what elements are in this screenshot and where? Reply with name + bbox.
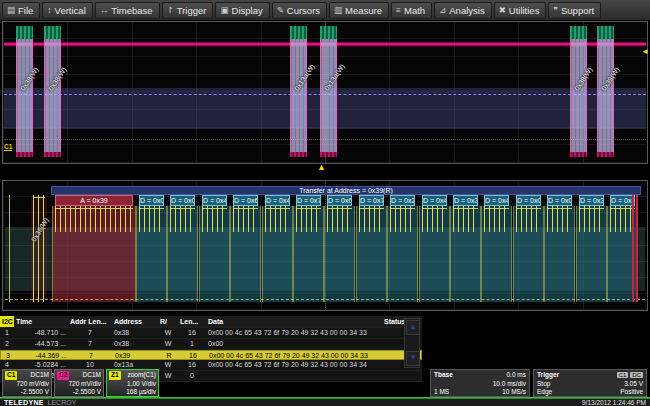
timebase-memory: 1 MS: [434, 388, 449, 397]
trigger-time-marker[interactable]: ▲: [317, 163, 326, 172]
c1-zoom-trace: [233, 206, 258, 232]
burst-clock-cap: [570, 26, 587, 39]
data-byte-box: D = 0x00: [516, 195, 541, 206]
trigger-icon: ↾: [167, 5, 174, 15]
burst-body: [290, 39, 307, 152]
c1-zoom-trace: [359, 206, 384, 232]
menu-item-math[interactable]: ≡Math: [391, 2, 432, 19]
trace-edge: [9, 195, 10, 302]
menu-item-cursors[interactable]: ✎Cursors: [272, 2, 327, 19]
table-row[interactable]: 1-48.710 ...70x38W160x00 00 4c 65 43 72 …: [0, 328, 422, 339]
data-byte-box: D = 0x43: [484, 195, 509, 206]
burst-clock-cap: [290, 26, 307, 39]
brand-logo: TELEDYNE LECROY: [4, 399, 76, 406]
trigger-panel[interactable]: Trigger C1DC Stop 3.05 V Edge Positive: [533, 369, 647, 397]
table-row[interactable]: 2-44.573 ...70x38W10x00: [0, 339, 422, 350]
c1-zoom-trace: [33, 195, 45, 302]
menu-item-support[interactable]: ❞Support: [548, 2, 601, 19]
cell-n: 2: [0, 339, 14, 349]
col-addr-len: Addr Len...: [68, 316, 112, 327]
menu-item-timebase[interactable]: ↔Timebase: [95, 2, 160, 19]
c1-offset: -2.5500 V: [5, 388, 49, 397]
col-time: Time: [14, 316, 68, 327]
table-header: I2C Time Addr Len... Address R/ Len... D…: [0, 316, 422, 328]
data-byte-box: D = 0x00: [547, 195, 572, 206]
byte-column: [262, 206, 293, 302]
c1-zoom-trace: [422, 206, 447, 232]
cell-rw: W: [158, 328, 178, 338]
i2c-burst: 0x39(W): [597, 26, 614, 157]
cell-data: 0x00: [206, 339, 382, 349]
datetime: 9/13/2012 1:24:46 PM: [582, 399, 646, 406]
data-byte-box: D = 0x00: [139, 195, 164, 206]
menu-item-label: Utilities: [509, 5, 540, 16]
ack-dashed-line: [5, 299, 645, 300]
byte-column: [324, 206, 355, 302]
table-scrollbar[interactable]: ▲ ▼: [404, 318, 420, 368]
cell-address: 0x39: [113, 351, 159, 359]
c1-zoom-trace: [390, 206, 415, 232]
byte-column: [513, 206, 544, 302]
analysis-icon: ⊿: [439, 5, 446, 15]
zoom-waveform-grid: 0x38(W) Transfer at Address = 0x39(R) A …: [2, 180, 648, 311]
burst-foot: [16, 152, 33, 157]
menu-item-utilities[interactable]: ✖Utilities: [494, 2, 547, 19]
scroll-down-button[interactable]: ▼: [406, 351, 420, 366]
trigger-level-marker[interactable]: ◄: [641, 48, 649, 56]
byte-column: [356, 206, 387, 302]
trigger-label: Trigger: [537, 371, 559, 380]
byte-column: [167, 206, 198, 302]
table-row[interactable]: 3-44.369 ...70x39R160x00 00 4c 65 43 72 …: [0, 350, 422, 360]
c2-scale: 720 mV/div: [57, 380, 101, 389]
main-waveform-grid: 0x38(W)0x38(W)0x13a(W)0x13a(W)0x38(W)0x3…: [2, 21, 648, 164]
menu-item-measure[interactable]: ▥Measure: [329, 2, 389, 19]
file-icon: ▤: [7, 5, 15, 15]
menu-item-display[interactable]: ▣Display: [215, 2, 269, 19]
c2-coupling: DC1M: [83, 371, 101, 380]
i2c-burst: 0x13a(W): [320, 26, 337, 157]
menu-item-file[interactable]: ▤File: [2, 2, 40, 19]
partial-burst: [31, 195, 47, 302]
channel-descriptor-c2[interactable]: C2 DC1M 720 mV/div -2.5500 V: [54, 369, 104, 397]
menu-item-label: Vertical: [55, 5, 86, 16]
stop-condition-marker: [632, 195, 638, 302]
c1-badge: C1: [5, 371, 17, 380]
zoom-descriptor-z1[interactable]: Z1 zoom(C1) 1.00 V/div 168 µs/div: [106, 369, 159, 397]
cell-data: 0x00 00 4c 65 43 72 6f 79 20 49 32 43 00…: [207, 351, 383, 359]
c2-offset: -2.5500 V: [57, 388, 101, 397]
i2c-burst: 0x38(W): [44, 26, 61, 157]
c1-zoom-trace: [139, 206, 164, 232]
cell-len: 16: [178, 328, 206, 338]
c1-zoom-trace: [579, 206, 604, 232]
data-byte-box: D = 0x6f: [327, 195, 352, 206]
byte-column: [419, 206, 450, 302]
byte-column: [576, 206, 607, 302]
byte-column: [544, 206, 575, 302]
channel-descriptor-c1[interactable]: C1 DC1M 720 mV/div -2.5500 V: [2, 369, 52, 397]
data-byte-box: D = 0x43: [265, 195, 290, 206]
cell-len: 16: [179, 351, 207, 359]
cell-addr_len: 7: [69, 351, 113, 359]
timebase-panel[interactable]: Tbase 0.0 ms 10.0 ms/div 1 MS 10 MS/s: [430, 369, 530, 397]
i2c-burst: 0x38(W): [16, 26, 33, 157]
col-rw: R/: [158, 316, 178, 327]
data-byte-box: D = 0x34: [579, 195, 604, 206]
byte-column: [230, 206, 261, 302]
z1-source: zoom(C1): [127, 371, 156, 380]
burst-foot: [290, 152, 307, 157]
menu-item-vertical[interactable]: ↕Vertical: [42, 2, 92, 19]
menu-item-label: Timebase: [111, 5, 152, 16]
byte-column: [52, 206, 136, 302]
col-data: Data: [206, 316, 382, 327]
burst-foot: [570, 152, 587, 157]
menu-item-label: Display: [232, 5, 263, 16]
burst-clock-cap: [597, 26, 614, 39]
menu-item-trigger[interactable]: ↾Trigger: [162, 2, 214, 19]
byte-column: [136, 206, 167, 302]
scroll-up-button[interactable]: ▲: [406, 320, 420, 335]
c1-zoom-trace: [453, 206, 478, 232]
burst-foot: [597, 152, 614, 157]
menu-item-analysis[interactable]: ⊿Analysis: [434, 2, 492, 19]
burst-body: [44, 39, 61, 152]
cell-time: -44.573 ...: [14, 339, 68, 349]
